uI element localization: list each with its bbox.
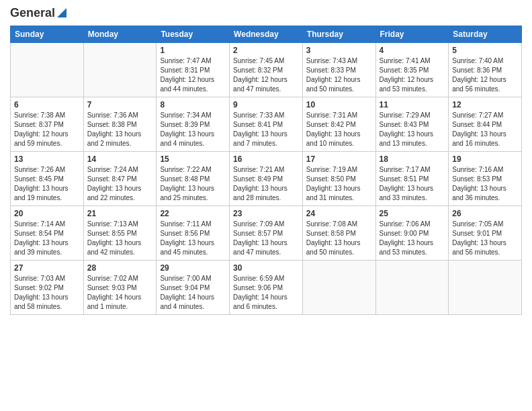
day-number: 15 [160,154,226,164]
calendar-cell: 21Sunrise: 7:13 AM Sunset: 8:55 PM Dayli… [83,205,157,260]
day-detail: Sunrise: 7:40 AM Sunset: 8:36 PM Dayligh… [452,56,518,94]
calendar-cell: 26Sunrise: 7:05 AM Sunset: 9:01 PM Dayli… [449,205,522,260]
calendar-cell: 28Sunrise: 7:02 AM Sunset: 9:03 PM Dayli… [83,260,157,314]
day-detail: Sunrise: 6:59 AM Sunset: 9:06 PM Dayligh… [233,274,299,312]
day-detail: Sunrise: 7:33 AM Sunset: 8:41 PM Dayligh… [233,111,299,148]
calendar-week-3: 13Sunrise: 7:26 AM Sunset: 8:45 PM Dayli… [11,151,522,205]
calendar-cell: 6Sunrise: 7:38 AM Sunset: 8:37 PM Daylig… [11,97,84,151]
calendar-week-1: 1Sunrise: 7:47 AM Sunset: 8:31 PM Daylig… [11,42,522,97]
calendar-cell: 19Sunrise: 7:16 AM Sunset: 8:53 PM Dayli… [449,151,522,205]
calendar-cell: 5Sunrise: 7:40 AM Sunset: 8:36 PM Daylig… [449,42,522,97]
header: General [10,7,522,20]
calendar-cell: 24Sunrise: 7:08 AM Sunset: 8:58 PM Dayli… [302,205,375,260]
day-number: 11 [380,100,445,109]
day-number: 2 [233,46,299,55]
day-detail: Sunrise: 7:06 AM Sunset: 9:00 PM Dayligh… [380,220,445,257]
day-number: 7 [87,100,153,109]
calendar-cell: 7Sunrise: 7:36 AM Sunset: 8:38 PM Daylig… [83,97,157,151]
day-number: 10 [306,100,372,109]
day-detail: Sunrise: 7:34 AM Sunset: 8:39 PM Dayligh… [160,111,226,148]
weekday-header-sunday: Sunday [11,26,84,42]
calendar-cell: 17Sunrise: 7:19 AM Sunset: 8:50 PM Dayli… [302,151,375,205]
day-number: 22 [160,209,226,218]
day-number: 27 [14,263,80,273]
calendar-cell: 9Sunrise: 7:33 AM Sunset: 8:41 PM Daylig… [230,97,303,151]
day-number: 19 [452,154,518,164]
day-number: 8 [160,100,226,109]
calendar-table: SundayMondayTuesdayWednesdayThursdayFrid… [10,26,522,315]
day-detail: Sunrise: 7:09 AM Sunset: 8:57 PM Dayligh… [233,220,299,257]
day-detail: Sunrise: 7:36 AM Sunset: 8:38 PM Dayligh… [87,111,153,148]
page: General SundayMondayTuesdayWednesdayThur… [0,0,532,411]
calendar-cell [83,42,157,97]
calendar-cell: 18Sunrise: 7:17 AM Sunset: 8:51 PM Dayli… [375,151,449,205]
day-number: 26 [452,209,518,218]
day-number: 20 [14,209,80,218]
calendar-cell: 22Sunrise: 7:11 AM Sunset: 8:56 PM Dayli… [157,205,230,260]
day-number: 23 [233,209,299,218]
weekday-header-saturday: Saturday [449,26,522,42]
logo: General [10,7,66,20]
calendar-cell: 14Sunrise: 7:24 AM Sunset: 8:47 PM Dayli… [83,151,157,205]
day-detail: Sunrise: 7:22 AM Sunset: 8:48 PM Dayligh… [160,165,226,203]
day-number: 13 [14,154,80,164]
day-detail: Sunrise: 7:17 AM Sunset: 8:51 PM Dayligh… [380,165,445,203]
calendar-cell: 2Sunrise: 7:45 AM Sunset: 8:32 PM Daylig… [230,42,303,97]
calendar-cell: 29Sunrise: 7:00 AM Sunset: 9:04 PM Dayli… [157,260,230,314]
day-number: 12 [452,100,518,109]
day-number: 18 [380,154,445,164]
day-detail: Sunrise: 7:21 AM Sunset: 8:49 PM Dayligh… [233,165,299,203]
calendar-cell: 10Sunrise: 7:31 AM Sunset: 8:42 PM Dayli… [302,97,375,151]
day-detail: Sunrise: 7:43 AM Sunset: 8:33 PM Dayligh… [306,56,372,94]
calendar-cell: 15Sunrise: 7:22 AM Sunset: 8:48 PM Dayli… [157,151,230,205]
calendar-cell [449,260,522,314]
calendar-header: SundayMondayTuesdayWednesdayThursdayFrid… [11,26,522,42]
calendar-cell: 3Sunrise: 7:43 AM Sunset: 8:33 PM Daylig… [302,42,375,97]
day-number: 4 [380,46,445,55]
day-detail: Sunrise: 7:00 AM Sunset: 9:04 PM Dayligh… [160,274,226,312]
weekday-header-monday: Monday [83,26,157,42]
day-number: 17 [306,154,372,164]
day-detail: Sunrise: 7:03 AM Sunset: 9:02 PM Dayligh… [14,274,80,312]
calendar-cell: 12Sunrise: 7:27 AM Sunset: 8:44 PM Dayli… [449,97,522,151]
weekday-header-tuesday: Tuesday [157,26,230,42]
day-number: 6 [14,100,80,109]
day-number: 28 [87,263,153,273]
day-detail: Sunrise: 7:13 AM Sunset: 8:55 PM Dayligh… [87,220,153,257]
day-number: 5 [452,46,518,55]
day-number: 21 [87,209,153,218]
day-detail: Sunrise: 7:47 AM Sunset: 8:31 PM Dayligh… [160,56,226,94]
day-number: 14 [87,154,153,164]
day-detail: Sunrise: 7:38 AM Sunset: 8:37 PM Dayligh… [14,111,80,148]
calendar-cell: 27Sunrise: 7:03 AM Sunset: 9:02 PM Dayli… [11,260,84,314]
day-detail: Sunrise: 7:26 AM Sunset: 8:45 PM Dayligh… [14,165,80,203]
calendar-cell [302,260,375,314]
weekday-header-row: SundayMondayTuesdayWednesdayThursdayFrid… [11,26,522,42]
day-detail: Sunrise: 7:31 AM Sunset: 8:42 PM Dayligh… [306,111,372,148]
day-number: 3 [306,46,372,55]
day-number: 9 [233,100,299,109]
day-detail: Sunrise: 7:11 AM Sunset: 8:56 PM Dayligh… [160,220,226,257]
calendar-cell: 25Sunrise: 7:06 AM Sunset: 9:00 PM Dayli… [375,205,449,260]
calendar-week-2: 6Sunrise: 7:38 AM Sunset: 8:37 PM Daylig… [11,97,522,151]
calendar-cell: 20Sunrise: 7:14 AM Sunset: 8:54 PM Dayli… [11,205,84,260]
weekday-header-wednesday: Wednesday [230,26,303,42]
day-detail: Sunrise: 7:02 AM Sunset: 9:03 PM Dayligh… [87,274,153,312]
day-detail: Sunrise: 7:41 AM Sunset: 8:35 PM Dayligh… [380,56,445,94]
day-detail: Sunrise: 7:24 AM Sunset: 8:47 PM Dayligh… [87,165,153,203]
day-detail: Sunrise: 7:27 AM Sunset: 8:44 PM Dayligh… [452,111,518,148]
day-detail: Sunrise: 7:14 AM Sunset: 8:54 PM Dayligh… [14,220,80,257]
calendar-cell [11,42,84,97]
day-detail: Sunrise: 7:08 AM Sunset: 8:58 PM Dayligh… [306,220,372,257]
calendar-cell: 30Sunrise: 6:59 AM Sunset: 9:06 PM Dayli… [230,260,303,314]
calendar-cell: 23Sunrise: 7:09 AM Sunset: 8:57 PM Dayli… [230,205,303,260]
day-number: 29 [160,263,226,273]
day-detail: Sunrise: 7:45 AM Sunset: 8:32 PM Dayligh… [233,56,299,94]
calendar-cell [375,260,449,314]
day-number: 1 [160,46,226,55]
calendar-cell: 8Sunrise: 7:34 AM Sunset: 8:39 PM Daylig… [157,97,230,151]
calendar-cell: 1Sunrise: 7:47 AM Sunset: 8:31 PM Daylig… [157,42,230,97]
day-number: 16 [233,154,299,164]
logo-general: General [10,7,66,20]
calendar-cell: 16Sunrise: 7:21 AM Sunset: 8:49 PM Dayli… [230,151,303,205]
